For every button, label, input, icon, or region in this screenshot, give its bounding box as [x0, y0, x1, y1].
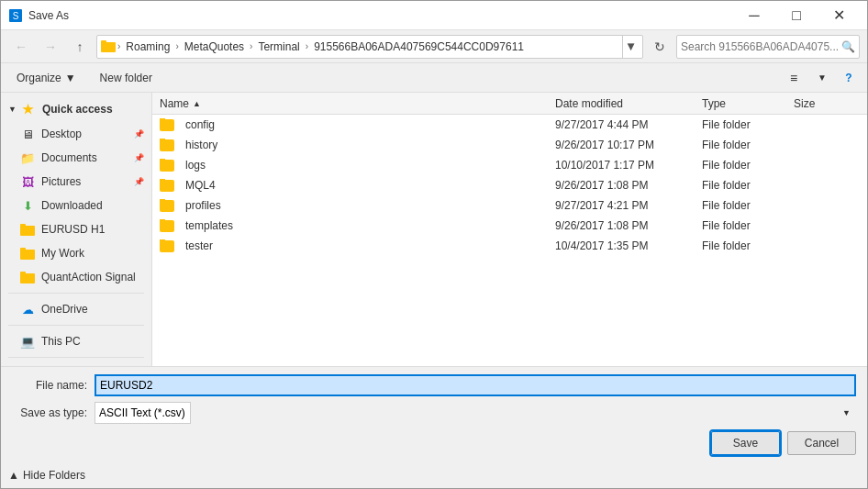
file-name-cell: config: [156, 118, 551, 131]
main-content: ▼ ★ Quick access 🖥 Desktop 📌 📁 Documents…: [1, 93, 867, 366]
column-type-header[interactable]: Type: [698, 93, 790, 114]
sort-icon: ▲: [193, 99, 201, 108]
file-date-cell: 9/27/2017 4:44 PM: [551, 118, 698, 131]
folder-icon: [160, 240, 174, 252]
file-type-cell: File folder: [698, 199, 790, 212]
documents-icon: 📁: [19, 150, 36, 165]
breadcrumb-metaquotes[interactable]: MetaQuotes: [181, 39, 248, 55]
maximize-button[interactable]: □: [775, 1, 818, 30]
file-name-cell: templates: [156, 219, 551, 232]
svg-rect-9: [20, 272, 26, 275]
column-date-header[interactable]: Date modified: [551, 93, 698, 114]
new-folder-button[interactable]: New folder: [92, 67, 161, 89]
filetype-select[interactable]: ASCII Text (*.csv): [95, 402, 191, 424]
sidebar-item-desktop[interactable]: 🖥 Desktop 📌: [1, 122, 151, 146]
file-date-cell: 10/4/2017 1:35 PM: [551, 239, 698, 252]
file-name-cell: tester: [156, 239, 551, 252]
view-dropdown-button[interactable]: ▼: [814, 67, 830, 89]
organize-chevron-icon: ▼: [65, 72, 76, 84]
save-as-dialog: S Save As ─ □ ✕ ← → ↑ › Roaming › MetaQu…: [0, 0, 868, 489]
sidebar-item-eurusd[interactable]: EURUSD H1: [1, 217, 151, 241]
svg-rect-3: [101, 40, 106, 44]
sidebar-item-downloaded[interactable]: ⬇ Downloaded: [1, 194, 151, 217]
folder-icon: [160, 200, 174, 212]
address-bar[interactable]: › Roaming › MetaQuotes › Terminal › 9155…: [96, 35, 643, 59]
sidebar-item-onedrive[interactable]: ☁ OneDrive: [1, 297, 151, 321]
svg-rect-5: [20, 224, 26, 228]
folder-icon: [160, 139, 174, 151]
sidebar-item-documents[interactable]: 📁 Documents 📌: [1, 146, 151, 170]
breadcrumb-roaming[interactable]: Roaming: [122, 39, 173, 55]
table-row[interactable]: templates 9/26/2017 1:08 PM File folder: [152, 216, 867, 236]
onedrive-icon: ☁: [19, 302, 36, 317]
sidebar-item-my-work[interactable]: My Work: [1, 241, 151, 265]
pin-icon: 📌: [134, 153, 144, 162]
file-name-cell: MQL4: [156, 179, 551, 192]
view-button[interactable]: ≡: [781, 67, 807, 89]
folder-icon: [160, 160, 174, 172]
file-type-cell: File folder: [698, 118, 790, 131]
breadcrumb-terminal[interactable]: Terminal: [254, 39, 303, 55]
file-rows-container: config 9/27/2017 4:44 PM File folder his…: [152, 115, 867, 256]
bottom-area: File name: Save as type: ASCII Text (*.c…: [1, 366, 867, 462]
hide-folders-chevron-icon: ▲: [8, 469, 19, 482]
file-name-cell: profiles: [156, 199, 551, 212]
search-box[interactable]: 🔍: [676, 35, 860, 59]
column-name-header[interactable]: Name ▲: [156, 93, 551, 114]
filetype-row: Save as type: ASCII Text (*.csv): [12, 402, 856, 424]
file-name-cell: logs: [156, 159, 551, 172]
up-button[interactable]: ↑: [67, 34, 93, 60]
close-button[interactable]: ✕: [818, 1, 860, 30]
folder-icon: [160, 180, 174, 192]
search-input[interactable]: [681, 40, 841, 53]
title-bar: S Save As ─ □ ✕: [1, 1, 867, 30]
file-type-cell: File folder: [698, 219, 790, 232]
my-work-folder-icon: [19, 246, 36, 261]
folder-icon: [160, 119, 174, 131]
table-row[interactable]: profiles 9/27/2017 4:21 PM File folder: [152, 195, 867, 216]
sidebar-item-quantaction[interactable]: QuantAction Signal: [1, 265, 151, 289]
button-row: Save Cancel: [12, 429, 856, 455]
quick-access-header[interactable]: ▼ ★ Quick access: [1, 96, 151, 122]
quick-access-icon: ★: [20, 102, 37, 117]
file-name-cell: history: [156, 139, 551, 151]
back-button[interactable]: ←: [8, 34, 34, 60]
table-row[interactable]: tester 10/4/2017 1:35 PM File folder: [152, 236, 867, 256]
breadcrumb: › Roaming › MetaQuotes › Terminal › 9155…: [101, 39, 622, 55]
quantaction-folder-icon: [19, 270, 36, 284]
folder-icon: [160, 220, 174, 232]
organize-button[interactable]: Organize ▼: [8, 67, 84, 89]
cancel-button[interactable]: Cancel: [787, 431, 856, 455]
file-type-cell: File folder: [698, 159, 790, 172]
second-toolbar: Organize ▼ New folder ≡ ▼ ?: [1, 63, 867, 93]
filename-input[interactable]: [95, 374, 856, 396]
search-icon: 🔍: [841, 40, 855, 53]
this-pc-section: 💻 This PC: [1, 329, 151, 353]
onedrive-section: ☁ OneDrive: [1, 297, 151, 321]
breadcrumb-guid[interactable]: 915566BA06ADA407569C544CC0D97611: [310, 39, 528, 55]
help-button[interactable]: ?: [838, 67, 860, 89]
file-date-cell: 9/26/2017 10:17 PM: [551, 139, 698, 151]
save-button[interactable]: Save: [711, 431, 780, 455]
address-dropdown-button[interactable]: ▼: [622, 35, 639, 59]
sidebar-item-pictures[interactable]: 🖼 Pictures 📌: [1, 170, 151, 194]
table-row[interactable]: logs 10/10/2017 1:17 PM File folder: [152, 155, 867, 175]
pictures-icon: 🖼: [19, 174, 36, 189]
file-type-cell: File folder: [698, 179, 790, 192]
sidebar-divider-3: [8, 357, 144, 358]
file-date-cell: 9/26/2017 1:08 PM: [551, 219, 698, 232]
filename-row: File name:: [12, 374, 856, 396]
pin-icon: 📌: [134, 129, 144, 139]
forward-button[interactable]: →: [38, 34, 63, 60]
filetype-label: Save as type:: [12, 406, 95, 419]
column-size-header[interactable]: Size: [790, 93, 863, 114]
table-row[interactable]: history 9/26/2017 10:17 PM File folder: [152, 135, 867, 155]
minimize-button[interactable]: ─: [733, 1, 775, 30]
table-row[interactable]: MQL4 9/26/2017 1:08 PM File folder: [152, 175, 867, 195]
refresh-button[interactable]: ↻: [647, 34, 673, 60]
pin-icon: 📌: [134, 177, 144, 186]
table-row[interactable]: config 9/27/2017 4:44 PM File folder: [152, 115, 867, 135]
folder-icon: [101, 39, 116, 54]
hide-folders-button[interactable]: ▲ Hide Folders: [8, 469, 85, 482]
sidebar-item-this-pc[interactable]: 💻 This PC: [1, 329, 151, 353]
